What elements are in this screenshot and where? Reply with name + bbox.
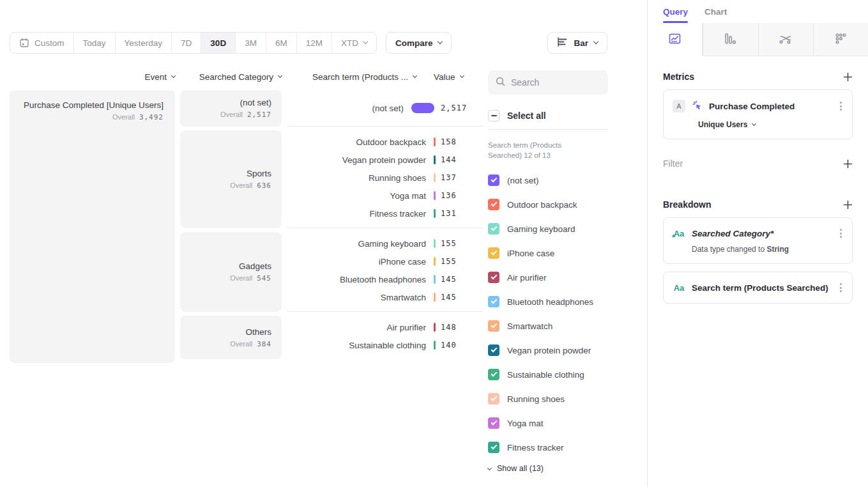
checkbox[interactable]	[488, 296, 499, 307]
overall-label: Overall	[230, 340, 252, 348]
overall-label: Overall	[220, 111, 243, 118]
filter-item-outdoor-backpack[interactable]: Outdoor backpack	[488, 192, 647, 217]
compare-label: Compare	[395, 38, 433, 48]
checkbox[interactable]	[488, 272, 499, 283]
checkbox[interactable]	[488, 320, 499, 332]
date-range-xtd[interactable]: XTD	[331, 33, 376, 53]
checkbox[interactable]	[488, 223, 499, 235]
term-label: Fitness tracker	[287, 209, 434, 219]
column-header-searched-category[interactable]: Searched Category	[180, 72, 282, 82]
compare-button[interactable]: Compare	[386, 32, 452, 54]
filter-item-not-set[interactable]: (not set)	[488, 168, 647, 192]
filter-item-bluetooth-headphones[interactable]: Bluetooth headphones	[488, 290, 647, 314]
funnels-tab[interactable]	[703, 23, 758, 56]
term-label: Gaming keyboard	[287, 239, 434, 249]
chevron-down-icon	[459, 73, 464, 77]
add-metric-button[interactable]	[843, 72, 853, 82]
event-cell[interactable]: Purchase Completed [Unique Users] Overal…	[10, 90, 175, 363]
date-range-today[interactable]: Today	[73, 33, 115, 53]
insights-icon	[668, 32, 681, 47]
date-range-label: Today	[83, 38, 106, 48]
category-cell-not-set[interactable]: (not set)Overall2,517	[180, 90, 282, 127]
select-all-checkbox[interactable]	[488, 110, 499, 121]
measure-dropdown[interactable]: Unique Users	[698, 120, 843, 129]
term-row-not-set[interactable]: (not set)2,517	[287, 99, 483, 117]
breakdown-card-searched-category[interactable]: Aa* Searched Category* Data type changed…	[663, 217, 853, 264]
date-range-7d[interactable]: 7D	[171, 33, 201, 53]
checkbox[interactable]	[488, 344, 499, 356]
value-bar	[434, 137, 436, 146]
checkbox[interactable]	[488, 199, 499, 210]
date-range-6m[interactable]: 6M	[266, 33, 296, 53]
term-label: Vegan protein powder	[287, 155, 434, 165]
filter-item-vegan-protein-powder[interactable]: Vegan protein powder	[488, 338, 647, 362]
add-breakdown-button[interactable]	[843, 200, 853, 210]
column-header-value[interactable]: Value	[416, 72, 483, 82]
category-cell-sports[interactable]: SportsOverall636	[180, 130, 282, 228]
term-row-iphone-case[interactable]: iPhone case155	[287, 252, 483, 270]
column-header-event[interactable]: Event	[10, 72, 175, 82]
insights-tab[interactable]	[648, 23, 703, 56]
filter-item-yoga-mat[interactable]: Yoga mat	[488, 411, 647, 435]
metric-event-name: Purchase Completed	[709, 102, 832, 111]
retention-tab[interactable]	[813, 23, 868, 56]
date-range-label: 30D	[210, 38, 226, 48]
filter-item-sustainable-clothing[interactable]: Sustainable clothing	[488, 362, 647, 387]
filter-item-gaming-keyboard[interactable]: Gaming keyboard	[488, 217, 647, 241]
filter-item-fitness-tracker[interactable]: Fitness tracker	[488, 435, 647, 460]
metric-card[interactable]: A Purchase Completed Unique Users	[663, 89, 853, 139]
checkmark-icon	[491, 201, 497, 207]
checkbox[interactable]	[488, 247, 499, 259]
term-row-running-shoes[interactable]: Running shoes137	[287, 169, 483, 187]
search-input[interactable]	[511, 77, 600, 88]
checkbox[interactable]	[488, 174, 499, 186]
checkbox[interactable]	[488, 369, 499, 380]
tab-query[interactable]: Query	[663, 7, 688, 23]
select-all-row[interactable]: Select all	[488, 110, 647, 121]
term-label: Outdoor backpack	[287, 137, 434, 147]
kebab-menu-icon[interactable]	[839, 100, 843, 112]
checkbox[interactable]	[488, 442, 499, 453]
date-range-12m[interactable]: 12M	[296, 33, 331, 53]
chevron-down-icon	[363, 39, 368, 44]
checkbox[interactable]	[488, 393, 499, 405]
date-range-3m[interactable]: 3M	[235, 33, 266, 53]
flows-tab[interactable]	[758, 23, 813, 56]
term-row-bluetooth-headphones[interactable]: Bluetooth headphones145	[287, 270, 483, 288]
add-filter-button[interactable]	[843, 159, 853, 169]
category-cell-gadgets[interactable]: GadgetsOverall545	[180, 232, 282, 312]
date-range-group: CustomTodayYesterday7D30D3M6M12MXTD	[10, 32, 377, 54]
show-all-button[interactable]: Show all (13)	[488, 464, 647, 473]
filter-item-iphone-case[interactable]: iPhone case	[488, 241, 647, 265]
kebab-menu-icon[interactable]	[839, 282, 843, 293]
kebab-menu-icon[interactable]	[839, 228, 843, 239]
filter-item-air-purifier[interactable]: Air purifier	[488, 265, 647, 290]
filter-item-label: Smartwatch	[507, 321, 552, 331]
date-range-30d[interactable]: 30D	[201, 33, 235, 53]
column-header-search-term[interactable]: Search term (Products ...	[287, 72, 416, 82]
term-row-sustainable-clothing[interactable]: Sustainable clothing140	[287, 336, 483, 354]
chevron-down-icon	[752, 121, 756, 125]
term-row-smartwatch[interactable]: Smartwatch145	[287, 288, 483, 306]
term-row-yoga-mat[interactable]: Yoga mat136	[287, 187, 483, 205]
tab-chart[interactable]: Chart	[704, 7, 727, 23]
term-row-air-purifier[interactable]: Air purifier148	[287, 318, 483, 336]
checkmark-icon	[491, 346, 497, 353]
term-row-vegan-protein-powder[interactable]: Vegan protein powder144	[287, 151, 483, 169]
category-cell-others[interactable]: OthersOverall384	[180, 316, 282, 359]
chart-type-button[interactable]: Bar	[547, 32, 607, 54]
term-row-gaming-keyboard[interactable]: Gaming keyboard155	[287, 235, 483, 252]
string-property-icon: Aa*	[673, 229, 685, 238]
value-bar	[411, 103, 434, 113]
checkbox[interactable]	[488, 417, 499, 429]
filter-item-label: Bluetooth headphones	[507, 297, 593, 307]
date-range-toolbar: CustomTodayYesterday7D30D3M6M12MXTD Comp…	[10, 32, 452, 54]
filter-item-label: Running shoes	[507, 394, 565, 404]
date-range-custom[interactable]: Custom	[10, 33, 73, 53]
term-row-outdoor-backpack[interactable]: Outdoor backpack158	[287, 133, 483, 151]
filter-item-running-shoes[interactable]: Running shoes	[488, 387, 647, 411]
date-range-yesterday[interactable]: Yesterday	[115, 33, 172, 53]
filter-item-smartwatch[interactable]: Smartwatch	[488, 314, 647, 338]
term-row-fitness-tracker[interactable]: Fitness tracker131	[287, 205, 483, 222]
breakdown-card-search-term[interactable]: Aa Search term (Products Searched)	[663, 272, 853, 304]
